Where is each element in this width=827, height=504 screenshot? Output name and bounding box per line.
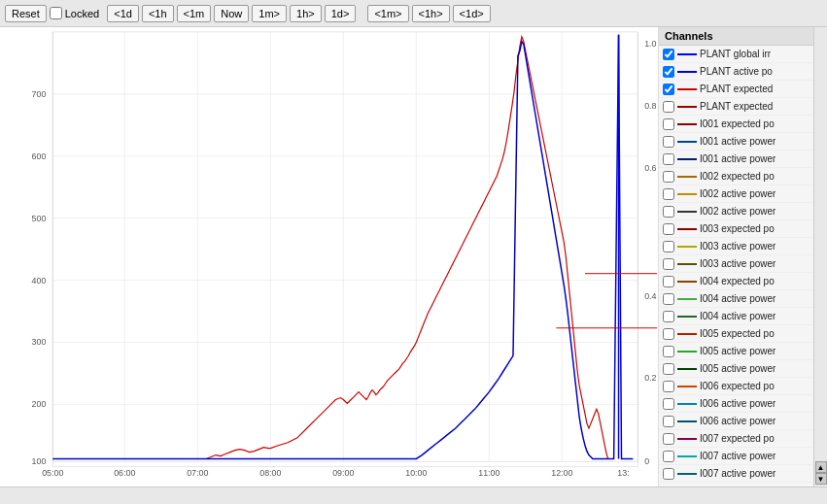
channel-checkbox[interactable] (663, 311, 674, 322)
btn-next-1m[interactable]: 1m> (252, 5, 287, 22)
channel-color-indicator (677, 420, 697, 422)
channel-checkbox[interactable] (663, 241, 674, 252)
channel-label: I004 expected po (700, 276, 775, 286)
channel-label: I005 active power (700, 346, 775, 356)
svg-text:300: 300 (32, 337, 47, 347)
channel-checkbox[interactable] (663, 49, 674, 60)
channel-color-indicator (677, 246, 697, 248)
channel-color-indicator (677, 263, 697, 265)
locked-checkbox[interactable] (50, 7, 62, 19)
channel-item: I007 expected po (659, 430, 813, 448)
scroll-up-button[interactable]: ▲ (815, 461, 827, 473)
svg-text:700: 700 (32, 89, 47, 99)
channel-label: I005 expected po (700, 328, 775, 339)
btn-next-1h[interactable]: 1h> (290, 5, 322, 22)
channel-item: I004 expected po (659, 273, 813, 290)
channel-color-indicator (677, 176, 697, 178)
svg-text:05:00: 05:00 (42, 468, 63, 478)
btn-prev-1d[interactable]: <1d (107, 5, 139, 22)
channel-checkbox[interactable] (663, 258, 674, 270)
channel-checkbox[interactable] (663, 188, 674, 200)
channel-color-indicator (677, 228, 697, 230)
channel-item: I003 active power (659, 238, 813, 255)
channel-color-indicator (677, 53, 697, 55)
channel-checkbox[interactable] (663, 276, 674, 287)
chart-svg: 700 600 500 400 300 200 100 1.0 0.8 0.6 … (0, 27, 658, 487)
channel-checkbox[interactable] (663, 416, 674, 427)
channel-item: I001 active power (659, 133, 813, 151)
channel-checkbox[interactable] (663, 363, 674, 375)
channel-label: I002 expected po (700, 171, 775, 182)
channel-color-indicator (677, 106, 697, 108)
channel-checkbox[interactable] (663, 223, 674, 235)
svg-text:500: 500 (32, 214, 47, 223)
channel-checkbox[interactable] (663, 468, 674, 480)
scroll-down-button[interactable]: ▼ (815, 473, 827, 485)
channel-item: I005 active power (659, 360, 813, 378)
toolbar: Reset Locked <1d <1h <1m Now 1m> 1h> 1d>… (0, 0, 827, 27)
channel-label: I002 active power (700, 206, 775, 217)
channel-label: I002 active power (700, 188, 775, 199)
channel-color-indicator (677, 141, 697, 143)
channel-color-indicator (677, 71, 697, 73)
channel-checkbox[interactable] (663, 84, 674, 95)
channel-color-indicator (677, 455, 697, 457)
channel-checkbox[interactable] (663, 101, 674, 113)
channel-checkbox[interactable] (663, 136, 674, 148)
channel-label: I006 active power (700, 416, 775, 426)
svg-text:09:00: 09:00 (332, 468, 354, 478)
channel-item: PLANT expected (659, 81, 813, 98)
channel-color-indicator (677, 281, 697, 283)
channel-label: I001 active power (700, 136, 775, 147)
svg-text:12:00: 12:00 (551, 468, 572, 478)
svg-text:1.0: 1.0 (644, 39, 656, 49)
channel-label: PLANT global irr (700, 49, 771, 59)
channel-checkbox[interactable] (663, 206, 674, 218)
svg-text:200: 200 (32, 399, 47, 409)
channel-label: I003 expected po (700, 223, 775, 234)
channel-checkbox[interactable] (663, 433, 674, 445)
channel-checkbox[interactable] (663, 346, 674, 357)
channel-label: I004 active power (700, 293, 775, 304)
channel-item: I004 active power (659, 308, 813, 325)
svg-text:400: 400 (32, 276, 47, 286)
btn-zoom-1d[interactable]: <1d> (453, 5, 491, 22)
svg-text:600: 600 (32, 151, 47, 161)
channel-checkbox[interactable] (663, 398, 674, 410)
channel-checkbox[interactable] (663, 381, 674, 392)
chart-area: 700 600 500 400 300 200 100 1.0 0.8 0.6 … (0, 27, 658, 487)
scroll-buttons: ▲ ▼ (813, 27, 827, 487)
btn-now[interactable]: Now (214, 5, 249, 22)
bottom-bar (0, 487, 827, 504)
channel-checkbox[interactable] (663, 328, 674, 340)
reset-button[interactable]: Reset (5, 5, 47, 22)
channels-header: Channels (659, 27, 813, 46)
channel-color-indicator (677, 88, 697, 90)
content-area: 700 600 500 400 300 200 100 1.0 0.8 0.6 … (0, 27, 827, 487)
btn-zoom-1h[interactable]: <1h> (412, 5, 450, 22)
btn-next-1d[interactable]: 1d> (325, 5, 357, 22)
channel-checkbox[interactable] (663, 153, 674, 165)
svg-text:0.6: 0.6 (644, 163, 656, 173)
channels-sidebar: Channels PLANT global irrPLANT active po… (658, 27, 813, 487)
btn-zoom-1m[interactable]: <1m> (367, 5, 408, 22)
channel-label: I006 expected po (700, 381, 775, 391)
svg-text:0.4: 0.4 (644, 291, 656, 301)
channel-item: I002 active power (659, 185, 813, 203)
channel-checkbox[interactable] (663, 118, 674, 130)
locked-label: Locked (65, 8, 99, 19)
btn-prev-1h[interactable]: <1h (142, 5, 174, 22)
channel-item: I005 active power (659, 343, 813, 360)
channel-label: PLANT expected (700, 84, 773, 94)
btn-prev-1m[interactable]: <1m (177, 5, 212, 22)
channel-color-indicator (677, 211, 697, 213)
channel-color-indicator (677, 158, 697, 160)
channel-checkbox[interactable] (663, 293, 674, 305)
channel-label: I004 active power (700, 311, 775, 321)
channel-checkbox[interactable] (663, 171, 674, 183)
svg-text:0.2: 0.2 (644, 373, 656, 383)
channel-checkbox[interactable] (663, 66, 674, 78)
svg-text:0.8: 0.8 (644, 101, 656, 111)
channel-color-indicator (677, 333, 697, 335)
channel-checkbox[interactable] (663, 451, 674, 462)
